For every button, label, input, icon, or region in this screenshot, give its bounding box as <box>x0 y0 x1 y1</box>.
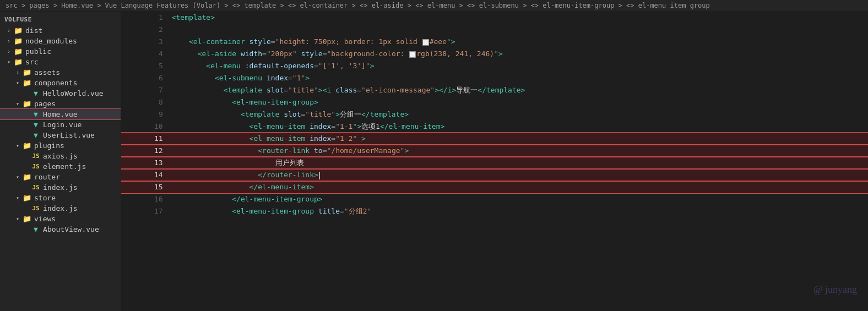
sidebar-item-element-js[interactable]: JS element.js <box>0 161 121 172</box>
line-content <box>172 24 868 36</box>
sidebar-item-public[interactable]: › 📁 public <box>0 46 121 57</box>
code-line-13: 13 用户列表 <box>121 157 868 169</box>
sidebar-item-label: element.js <box>43 162 121 171</box>
sidebar-item-login-vue[interactable]: ▼ Login.vue <box>0 119 121 130</box>
folder-icon: 📁 <box>13 37 23 45</box>
sidebar-item-node_modules[interactable]: › 📁 node_modules <box>0 36 121 46</box>
sidebar-item-label: views <box>34 215 121 223</box>
line-number: 5 <box>121 60 172 72</box>
line-content: <template> <box>172 12 868 24</box>
arrow-icon: ▾ <box>13 101 22 107</box>
line-number: 1 <box>121 12 172 24</box>
code-editor[interactable]: 1 <template> 2 3 <el-container style="he… <box>121 12 868 311</box>
sidebar-item-label: axios.js <box>43 152 121 160</box>
folder-icon: 📁 <box>22 173 32 181</box>
line-content: <el-submenu index="1"> <box>172 72 868 84</box>
arrow-icon: › <box>4 28 13 34</box>
line-number: 2 <box>121 24 172 36</box>
line-content: </el-menu-item-group> <box>172 193 868 205</box>
line-content: <router-link to="/home/userManage"> <box>172 145 868 157</box>
sidebar-title: VOLFUSE <box>0 14 121 25</box>
sidebar-item-label: components <box>34 79 121 87</box>
code-line-2: 2 <box>121 24 868 36</box>
arrow-icon: › <box>13 69 22 75</box>
vue-icon: ▼ <box>31 131 41 139</box>
sidebar-item-label: index.js <box>43 204 121 212</box>
sidebar-item-home-vue[interactable]: ▼ Home.vue <box>0 109 121 119</box>
sidebar-item-label: router <box>34 173 121 181</box>
folder-icon: 📁 <box>22 68 32 77</box>
line-content: <el-menu-item-group title="分组2" <box>172 205 868 217</box>
folder-icon: 📁 <box>22 141 32 150</box>
line-content: 用户列表 <box>172 157 868 169</box>
sidebar-item-label: assets <box>34 68 121 77</box>
line-content: <el-container style="height: 750px; bord… <box>172 36 868 48</box>
code-line-1: 1 <template> <box>121 12 868 24</box>
sidebar-item-label: Login.vue <box>43 121 121 129</box>
sidebar-item-label: src <box>25 58 121 66</box>
sidebar-item-assets[interactable]: › 📁 assets <box>0 67 121 78</box>
code-line-4: 4 <el-aside width="200px" style="backgro… <box>121 48 868 60</box>
sidebar-item-helloworld[interactable]: ▼ HelloWorld.vue <box>0 88 121 99</box>
line-content: <el-menu :default-openeds="['1', '3']"> <box>172 60 868 72</box>
sidebar-item-label: dist <box>25 26 121 35</box>
sidebar-item-store-index[interactable]: JS index.js <box>0 203 121 214</box>
line-content: <el-menu-item index="1-2" > <box>172 133 868 145</box>
sidebar-item-pages[interactable]: ▾ 📁 pages <box>0 99 121 109</box>
js-icon: JS <box>31 163 41 170</box>
sidebar-item-views[interactable]: ▾ 📁 views <box>0 214 121 224</box>
sidebar-item-label: plugins <box>34 141 121 150</box>
sidebar-item-plugins[interactable]: ▾ 📁 plugins <box>0 140 121 151</box>
sidebar-item-label: pages <box>34 100 121 108</box>
code-line-8: 8 <el-menu-item-group> <box>121 96 868 108</box>
code-line-5: 5 <el-menu :default-openeds="['1', '3']"… <box>121 60 868 72</box>
sidebar-item-src[interactable]: ▾ 📁 src <box>0 57 121 67</box>
sidebar-item-components[interactable]: ▾ 📁 components <box>0 78 121 88</box>
sidebar-item-label: UserList.vue <box>43 131 121 139</box>
js-icon: JS <box>31 152 41 160</box>
sidebar-item-router-index[interactable]: JS index.js <box>0 182 121 193</box>
folder-icon: 📁 <box>22 100 32 108</box>
folder-icon: 📁 <box>22 194 32 202</box>
line-content: <el-menu-item-group> <box>172 96 868 108</box>
line-number: 4 <box>121 48 172 60</box>
folder-icon: 📁 <box>13 47 23 56</box>
sidebar-item-aboutview-vue[interactable]: ▼ AboutView.vue <box>0 224 121 234</box>
line-content: </router-link> <box>172 169 868 181</box>
arrow-icon: ▾ <box>4 59 13 65</box>
line-content: <template slot="title">分组一</template> <box>172 108 868 121</box>
line-number: 10 <box>121 121 172 133</box>
arrow-icon: ▾ <box>13 195 22 201</box>
sidebar-item-store[interactable]: ▾ 📁 store <box>0 193 121 203</box>
folder-icon: 📁 <box>22 215 32 223</box>
vue-icon: ▼ <box>31 89 41 97</box>
sidebar-item-label: store <box>34 194 121 202</box>
arrow-icon: ▾ <box>13 143 22 149</box>
arrow-icon: ▾ <box>13 216 22 222</box>
line-number: 6 <box>121 72 172 84</box>
line-number: 7 <box>121 84 172 96</box>
line-content: <el-menu-item index="1-1">选项1</el-menu-i… <box>172 121 868 133</box>
code-line-7: 7 <template slot="title"><i class="el-ic… <box>121 84 868 96</box>
sidebar-item-label: index.js <box>43 183 121 192</box>
line-number: 13 <box>121 157 172 169</box>
arrow-icon: › <box>4 38 13 44</box>
vue-icon: ▼ <box>31 225 41 233</box>
code-line-12: 12 <router-link to="/home/userManage"> <box>121 145 868 157</box>
code-line-17: 17 <el-menu-item-group title="分组2" <box>121 205 868 217</box>
sidebar-item-label: Home.vue <box>43 110 121 118</box>
line-number: 17 <box>121 205 172 217</box>
code-line-15: 15 </el-menu-item> <box>121 181 868 193</box>
arrow-icon: ▾ <box>13 80 22 86</box>
arrow-icon: › <box>4 48 13 54</box>
folder-icon: 📁 <box>13 26 23 35</box>
js-icon: JS <box>31 184 41 191</box>
line-number: 14 <box>121 169 172 181</box>
sidebar-item-userlist-vue[interactable]: ▼ UserList.vue <box>0 130 121 140</box>
sidebar-item-axios-js[interactable]: JS axios.js <box>0 151 121 161</box>
sidebar-item-dist[interactable]: › 📁 dist <box>0 25 121 36</box>
sidebar-item-router[interactable]: ▾ 📁 router <box>0 172 121 182</box>
arrow-icon: ▾ <box>13 174 22 180</box>
line-content: <el-aside width="200px" style="backgroun… <box>172 48 868 60</box>
line-content: <template slot="title"><i class="el-icon… <box>172 84 868 96</box>
